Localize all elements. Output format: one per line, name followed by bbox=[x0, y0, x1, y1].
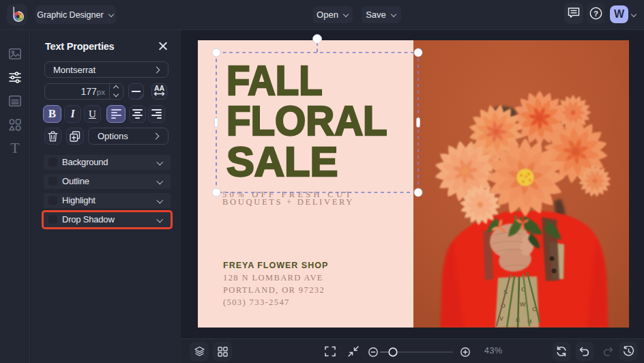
svg-text:T: T bbox=[11, 141, 20, 154]
svg-text:?: ? bbox=[594, 10, 598, 18]
svg-text:AA: AA bbox=[154, 85, 165, 92]
